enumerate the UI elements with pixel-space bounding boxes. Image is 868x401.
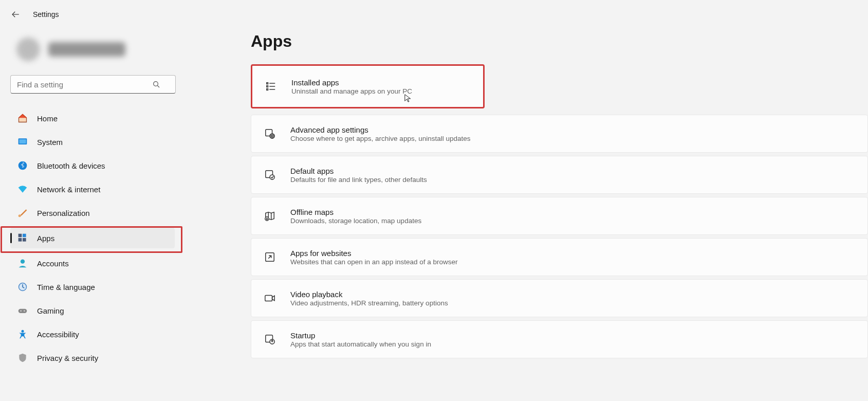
- card-offline-maps[interactable]: Offline maps Downloads, storage location…: [251, 197, 868, 235]
- card-installed-apps[interactable]: Installed apps Uninstall and manage apps…: [252, 66, 483, 107]
- sidebar-item-label: Network & internet: [37, 185, 100, 194]
- app-gear-icon: [264, 127, 276, 140]
- card-title: Default apps: [290, 167, 427, 175]
- sidebar-item-label: Accounts: [37, 259, 69, 268]
- sidebar-item-accounts[interactable]: Accounts: [10, 253, 175, 274]
- search-wrap: [10, 75, 175, 94]
- card-video-playback[interactable]: Video playback Video adjustments, HDR st…: [251, 279, 868, 317]
- sidebar-item-label: System: [37, 138, 63, 147]
- svg-point-6: [19, 214, 21, 217]
- person-icon: [17, 258, 28, 268]
- svg-point-16: [22, 330, 24, 333]
- sidebar-item-network[interactable]: Network & internet: [10, 179, 175, 199]
- card-title: Video playback: [290, 290, 448, 299]
- default-apps-icon: [264, 169, 276, 181]
- card-desc: Video adjustments, HDR streaming, batter…: [290, 299, 448, 307]
- avatar: [16, 38, 40, 61]
- sidebar-item-privacy[interactable]: Privacy & security: [10, 348, 175, 368]
- card-desc: Choose where to get apps, archive apps, …: [290, 135, 470, 142]
- bluetooth-icon: [17, 160, 28, 171]
- arrow-left-icon: [11, 10, 20, 19]
- system-icon: [17, 137, 28, 147]
- sidebar-item-label: Accessibility: [37, 330, 79, 339]
- svg-rect-13: [19, 309, 27, 313]
- svg-rect-4: [19, 139, 26, 143]
- sidebar: Home System Bluetooth & devices Network …: [0, 29, 185, 401]
- sidebar-item-system[interactable]: System: [10, 132, 175, 152]
- card-title: Apps for websites: [290, 249, 457, 258]
- svg-point-15: [24, 311, 25, 312]
- sidebar-item-accessibility[interactable]: Accessibility: [10, 324, 175, 344]
- card-desc: Websites that can open in an app instead…: [290, 258, 457, 266]
- sidebar-item-apps[interactable]: Apps: [10, 228, 175, 248]
- card-title: Advanced app settings: [290, 125, 470, 134]
- shield-icon: [17, 353, 28, 363]
- highlight-apps-nav: Apps: [1, 226, 182, 253]
- highlight-installed-apps: Installed apps Uninstall and manage apps…: [251, 64, 485, 108]
- gaming-icon: [17, 305, 28, 316]
- svg-point-11: [21, 260, 25, 264]
- sidebar-item-label: Home: [37, 114, 58, 123]
- home-icon: [17, 113, 28, 123]
- svg-rect-7: [19, 234, 22, 238]
- card-title: Installed apps: [291, 78, 412, 87]
- sidebar-item-label: Gaming: [37, 306, 64, 315]
- apps-icon: [17, 233, 28, 243]
- page-title: Apps: [251, 32, 868, 51]
- profile-name-blurred: [48, 42, 125, 57]
- user-profile[interactable]: [10, 34, 175, 65]
- card-title: Offline maps: [290, 208, 421, 216]
- svg-point-14: [20, 311, 22, 312]
- search-input[interactable]: [10, 75, 176, 94]
- wifi-icon: [17, 184, 28, 194]
- svg-rect-21: [267, 89, 268, 90]
- sidebar-item-time-language[interactable]: Time & language: [10, 277, 175, 297]
- sidebar-item-gaming[interactable]: Gaming: [10, 300, 175, 321]
- sidebar-item-label: Bluetooth & devices: [37, 161, 105, 170]
- list-icon: [265, 80, 277, 93]
- svg-rect-30: [265, 296, 272, 301]
- svg-rect-19: [267, 86, 268, 87]
- title-bar: Settings: [0, 0, 868, 29]
- card-title: Startup: [290, 331, 431, 340]
- sidebar-item-label: Personalization: [37, 209, 90, 217]
- card-default-apps[interactable]: Default apps Defaults for file and link …: [251, 156, 868, 194]
- sidebar-item-label: Privacy & security: [37, 354, 98, 362]
- video-icon: [264, 292, 276, 304]
- card-startup[interactable]: Startup Apps that start automatically wh…: [251, 320, 868, 358]
- main-content: Apps Installed apps Uninstall and manage…: [185, 29, 868, 401]
- sidebar-item-home[interactable]: Home: [10, 108, 175, 129]
- svg-rect-10: [23, 238, 26, 242]
- svg-rect-17: [267, 83, 268, 84]
- sidebar-item-bluetooth[interactable]: Bluetooth & devices: [10, 155, 175, 176]
- sidebar-item-label: Time & language: [37, 283, 95, 291]
- svg-point-27: [270, 175, 274, 179]
- paintbrush-icon: [17, 208, 28, 218]
- svg-rect-8: [23, 234, 26, 238]
- map-icon: [264, 210, 276, 222]
- app-title: Settings: [33, 10, 59, 19]
- card-advanced-app-settings[interactable]: Advanced app settings Choose where to ge…: [251, 115, 868, 153]
- startup-icon: [264, 333, 276, 345]
- sidebar-item-personalization[interactable]: Personalization: [10, 203, 175, 223]
- card-desc: Uninstall and manage apps on your PC: [291, 87, 412, 95]
- svg-rect-9: [19, 238, 22, 242]
- open-app-icon: [264, 251, 276, 263]
- card-apps-for-websites[interactable]: Apps for websites Websites that can open…: [251, 238, 868, 276]
- card-desc: Downloads, storage location, map updates: [290, 217, 421, 225]
- card-desc: Defaults for file and link types, other …: [290, 176, 427, 184]
- accessibility-icon: [17, 329, 28, 339]
- sidebar-item-label: Apps: [37, 234, 54, 243]
- settings-cards: Installed apps Uninstall and manage apps…: [251, 64, 868, 358]
- back-button[interactable]: [9, 8, 22, 21]
- card-desc: Apps that start automatically when you s…: [290, 340, 431, 348]
- clock-globe-icon: [17, 282, 28, 292]
